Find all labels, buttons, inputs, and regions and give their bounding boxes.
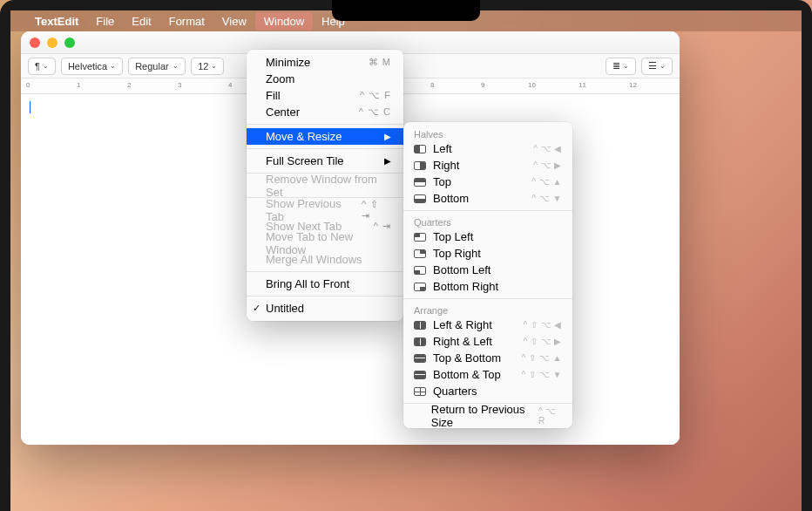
menu-separator [247, 148, 403, 149]
menu-separator [247, 271, 403, 272]
half-top-icon [414, 178, 426, 187]
menu-separator [403, 210, 572, 211]
half-bottom-icon [414, 194, 426, 203]
quarter-tl-icon [414, 233, 426, 242]
submenu-top-right[interactable]: Top Right [403, 245, 572, 262]
checkmark-icon: ✓ [253, 303, 261, 314]
menu-remove-from-set: Remove Window from Set [247, 177, 403, 194]
menu-separator [403, 298, 572, 299]
zoom-icon[interactable] [64, 37, 75, 48]
submenu-bottom-top[interactable]: Bottom & Top^ ⇧ ⌥ ▼ [403, 366, 572, 383]
submenu-quarters[interactable]: Quarters [403, 383, 572, 399]
line-spacing-button[interactable]: ≣ ⌄ [606, 58, 636, 75]
arrange-tb-icon [414, 354, 426, 363]
submenu-header-halves: Halves [403, 126, 572, 140]
quarter-tr-icon [414, 249, 426, 258]
arrange-lr-icon [414, 321, 426, 330]
half-left-icon [414, 145, 426, 153]
submenu-bottom-left[interactable]: Bottom Left [403, 262, 572, 278]
submenu-right-left[interactable]: Right & Left^ ⇧ ⌥ ▶ [403, 333, 572, 350]
menu-view[interactable]: View [213, 12, 255, 31]
paragraph-style-button[interactable]: ¶ ⌄ [28, 58, 56, 75]
menu-move-resize[interactable]: Move & Resize▶ [247, 128, 403, 145]
submenu-left-right[interactable]: Left & Right^ ⇧ ⌥ ◀ [403, 317, 572, 333]
submenu-top-left[interactable]: Top Left [403, 228, 572, 245]
font-family-select[interactable]: Helvetica⌄ [61, 58, 123, 75]
menu-merge-all: Merge All Windows [247, 251, 403, 268]
chevron-right-icon: ▶ [384, 156, 391, 166]
arrange-rl-icon [414, 337, 426, 346]
menu-window[interactable]: Window [255, 12, 313, 31]
menu-separator [247, 296, 403, 296]
arrange-quarters-icon [414, 387, 426, 396]
menu-untitled[interactable]: ✓Untitled [247, 300, 403, 317]
submenu-bottom-right[interactable]: Bottom Right [403, 278, 572, 295]
font-size-select[interactable]: 12 ⌄ [191, 58, 224, 75]
chevron-right-icon: ▶ [384, 132, 391, 141]
arrange-bt-icon [414, 371, 426, 379]
menu-show-prev-tab: Show Previous Tab^ ⇧ ⇥ [247, 201, 403, 218]
menu-file[interactable]: File [87, 12, 123, 31]
menu-format[interactable]: Format [160, 12, 213, 31]
text-cursor [30, 101, 30, 113]
submenu-header-arrange: Arrange [403, 303, 572, 317]
submenu-return-previous[interactable]: Return to Previous Size^ ⌥ R [403, 407, 572, 424]
menu-minimize[interactable]: Minimize⌘ M [247, 54, 403, 71]
submenu-bottom[interactable]: Bottom^ ⌥ ▼ [403, 190, 572, 207]
quarter-bl-icon [414, 266, 426, 275]
submenu-top[interactable]: Top^ ⌥ ▲ [403, 174, 572, 190]
menu-move-tab-new: Move Tab to New Window [247, 235, 403, 251]
close-icon[interactable] [30, 37, 40, 48]
menu-edit[interactable]: Edit [123, 12, 159, 31]
submenu-right[interactable]: Right^ ⌥ ▶ [403, 157, 572, 174]
minimize-icon[interactable] [47, 37, 58, 48]
menu-bring-front[interactable]: Bring All to Front [247, 276, 403, 292]
menu-center[interactable]: Center^ ⌥ C [247, 104, 403, 120]
move-resize-submenu: Halves Left^ ⌥ ◀ Right^ ⌥ ▶ Top^ ⌥ ▲ Bot… [403, 122, 572, 428]
menu-app[interactable]: TextEdit [26, 12, 87, 31]
menu-separator [247, 124, 403, 125]
menu-fill[interactable]: Fill^ ⌥ F [247, 87, 403, 104]
half-right-icon [414, 161, 426, 170]
submenu-header-quarters: Quarters [403, 215, 572, 228]
font-weight-select[interactable]: Regular⌄ [128, 58, 186, 75]
submenu-top-bottom[interactable]: Top & Bottom^ ⇧ ⌥ ▲ [403, 350, 572, 366]
submenu-left[interactable]: Left^ ⌥ ◀ [403, 140, 572, 157]
list-style-button[interactable]: ☰ ⌄ [641, 58, 673, 75]
menu-zoom[interactable]: Zoom [247, 71, 403, 87]
menu-full-screen-tile[interactable]: Full Screen Tile▶ [247, 153, 403, 169]
window-menu-dropdown: Minimize⌘ M Zoom Fill^ ⌥ F Center^ ⌥ C M… [247, 50, 403, 321]
quarter-br-icon [414, 283, 426, 291]
laptop-notch [332, 0, 480, 21]
